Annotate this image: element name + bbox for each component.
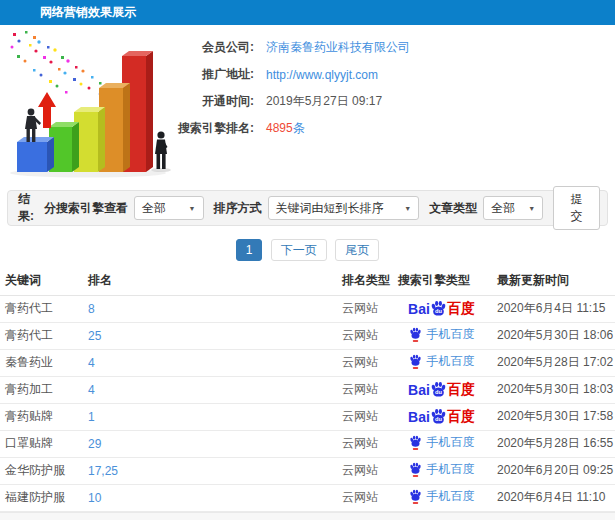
- col-header-rank-type: 排名类型: [338, 267, 390, 295]
- sort-select[interactable]: 关键词由短到长排序 ▼: [268, 196, 420, 220]
- keyword-cell: 膏药代工: [0, 295, 83, 322]
- page-1-button[interactable]: 1: [236, 239, 263, 261]
- open-time-label: 开通时间:: [170, 93, 254, 110]
- growth-arrow-icon: [38, 92, 56, 128]
- info-row-url: 推广地址: http://www.qlyyjt.com: [170, 61, 615, 88]
- company-info-list: 会员公司: 济南秦鲁药业科技有限公司 推广地址: http://www.qlyy…: [170, 25, 615, 142]
- rank-link[interactable]: 8: [83, 295, 338, 322]
- baidu-logo: Bai du 百度: [408, 300, 475, 318]
- keyword-cell: 膏药贴牌: [0, 403, 83, 430]
- bar-blue: [17, 137, 54, 172]
- table-row: 膏药加工 4 云网站 Bai du 百度 2020年: [0, 376, 615, 403]
- info-row-ranking-count: 搜索引擎排名: 4895条: [170, 115, 615, 142]
- rank-link[interactable]: 29: [83, 430, 338, 457]
- rank-link[interactable]: 25: [83, 322, 338, 349]
- table-row: 金华防护服 17,25 云网站 手机百度 2020年6月20日 0: [0, 457, 615, 484]
- table-header: 关键词 排名 排名类型 搜索引擎类型 最新更新时间: [0, 267, 615, 295]
- col-header-engine-type: 搜索引擎类型: [390, 267, 493, 295]
- info-row-open-time: 开通时间: 2019年5月27日 09:17: [170, 88, 615, 115]
- type-filter-label: 文章类型: [429, 200, 477, 217]
- company-name-link[interactable]: 济南秦鲁药业科技有限公司: [266, 39, 410, 56]
- confetti: [11, 31, 116, 95]
- mobile-baidu-logo: 手机百度: [409, 326, 475, 343]
- keywords-table: 关键词 排名 排名类型 搜索引擎类型 最新更新时间 膏药代工 8 云网站 Bai: [0, 267, 615, 512]
- submit-button[interactable]: 提交: [553, 186, 600, 230]
- last-page-button[interactable]: 尾页: [335, 239, 379, 261]
- update-time-cell: 2020年5月28日 16:55: [493, 430, 615, 457]
- chevron-down-icon: ▼: [189, 205, 196, 212]
- info-row-company: 会员公司: 济南秦鲁药业科技有限公司: [170, 34, 615, 61]
- type-select[interactable]: 全部 ▼: [483, 196, 543, 220]
- table-row: 口罩贴牌 29 云网站 手机百度 2020年5月28日 16:55: [0, 430, 615, 457]
- engine-cell: 手机百度: [390, 322, 493, 349]
- info-section: 会员公司: 济南秦鲁药业科技有限公司 推广地址: http://www.qlyy…: [0, 25, 615, 190]
- table-row: 福建防护服 10 云网站 手机百度 2020年6月4日 11:10: [0, 484, 615, 511]
- bottom-band: [0, 512, 615, 520]
- engine-cell: Bai du 百度: [390, 295, 493, 322]
- engine-cell: 手机百度: [390, 430, 493, 457]
- promo-url-link[interactable]: http://www.qlyyjt.com: [266, 68, 378, 82]
- engine-cell: 手机百度: [390, 457, 493, 484]
- open-time-value: 2019年5月27日 09:17: [266, 93, 382, 110]
- update-time-cell: 2020年6月20日 09:25: [493, 457, 615, 484]
- ranking-count-number: 4895: [266, 121, 293, 135]
- keyword-cell: 金华防护服: [0, 457, 83, 484]
- keyword-cell: 膏药代工: [0, 322, 83, 349]
- keyword-cell: 膏药加工: [0, 376, 83, 403]
- pagination: 1 下一页 尾页: [0, 239, 615, 261]
- rank-link[interactable]: 1: [83, 403, 338, 430]
- update-time-cell: 2020年6月4日 11:15: [493, 295, 615, 322]
- svg-text:du: du: [435, 416, 442, 422]
- mobile-baidu-paw-icon: [409, 327, 422, 342]
- engine-cell: Bai du 百度: [390, 376, 493, 403]
- baidu-paw-icon: du: [430, 408, 447, 425]
- businessman-left: [25, 109, 41, 142]
- baidu-logo: Bai du 百度: [408, 408, 475, 426]
- rank-link[interactable]: 17,25: [83, 457, 338, 484]
- update-time-cell: 2020年5月30日 18:06: [493, 322, 615, 349]
- engine-select[interactable]: 全部 ▼: [134, 196, 204, 220]
- keyword-cell: 秦鲁药业: [0, 349, 83, 376]
- company-label: 会员公司:: [170, 39, 254, 56]
- businessman-right: [155, 131, 168, 169]
- rank-type-cell: 云网站: [338, 322, 390, 349]
- filter-panel: 结果: 分搜索引擎查看 全部 ▼ 排序方式 关键词由短到长排序 ▼ 文章类型 全…: [7, 190, 608, 226]
- bar-chart-illustration: [3, 27, 178, 179]
- table-row: 膏药代工 8 云网站 Bai du 百度 2020年: [0, 295, 615, 322]
- col-header-keyword: 关键词: [0, 267, 83, 295]
- mobile-baidu-logo: 手机百度: [409, 461, 475, 478]
- keyword-cell: 口罩贴牌: [0, 430, 83, 457]
- table-row: 秦鲁药业 4 云网站 手机百度 2020年5月28日 17:02: [0, 349, 615, 376]
- rank-link[interactable]: 4: [83, 349, 338, 376]
- rank-type-cell: 云网站: [338, 376, 390, 403]
- svg-text:du: du: [435, 308, 442, 314]
- engine-filter-label: 分搜索引擎查看: [44, 200, 128, 217]
- rank-type-cell: 云网站: [338, 295, 390, 322]
- chevron-down-icon: ▼: [528, 205, 535, 212]
- bars-3d: [17, 51, 153, 172]
- type-select-value: 全部: [491, 200, 515, 217]
- rank-link[interactable]: 10: [83, 484, 338, 511]
- app-header: 网络营销效果展示: [0, 0, 615, 25]
- chevron-down-icon: ▼: [404, 205, 411, 212]
- svg-text:du: du: [435, 389, 442, 395]
- engine-cell: 手机百度: [390, 349, 493, 376]
- rank-type-cell: 云网站: [338, 403, 390, 430]
- engine-select-value: 全部: [142, 200, 166, 217]
- engine-cell: 手机百度: [390, 484, 493, 511]
- page-title: 网络营销效果展示: [40, 5, 136, 19]
- baidu-paw-icon: du: [430, 300, 447, 317]
- mobile-baidu-paw-icon: [409, 489, 422, 504]
- table-body: 膏药代工 8 云网站 Bai du 百度 2020年: [0, 295, 615, 511]
- sort-select-value: 关键词由短到长排序: [276, 200, 384, 217]
- engine-cell: Bai du 百度: [390, 403, 493, 430]
- ranking-count-unit: 条: [293, 121, 305, 135]
- mobile-baidu-logo: 手机百度: [409, 353, 475, 370]
- next-page-button[interactable]: 下一页: [271, 239, 327, 261]
- rank-type-cell: 云网站: [338, 484, 390, 511]
- ranking-count-label: 搜索引擎排名:: [170, 120, 254, 137]
- promo-url-label: 推广地址:: [170, 66, 254, 83]
- mobile-baidu-paw-icon: [409, 435, 422, 450]
- rank-link[interactable]: 4: [83, 376, 338, 403]
- update-time-cell: 2020年5月28日 17:02: [493, 349, 615, 376]
